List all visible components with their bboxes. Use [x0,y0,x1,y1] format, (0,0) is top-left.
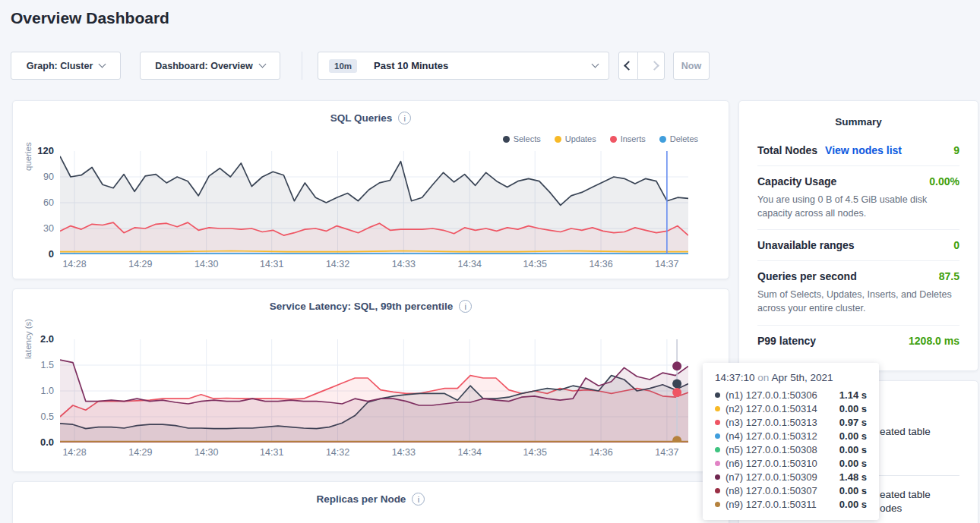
tooltip-timestamp: 14:37:10 on Apr 5th, 2021 [715,372,867,383]
summary-title: Summary [757,116,959,128]
summary-row-queries-per-second: Queries per second 87.5 Sum of Selects, … [757,260,959,324]
legend-item[interactable]: Inserts [610,134,646,143]
tooltip-time: 14:37:10 [715,372,755,383]
next-range-button[interactable] [645,52,664,79]
node-color-dot-icon [715,461,720,466]
node-color-dot-icon [715,406,720,411]
toolbar-divider [302,52,302,80]
node-address: (n8) 127.0.0.1:50307 [726,485,817,496]
x-tick-label: 14:31 [248,447,296,458]
y-tick-label: 1.0 [21,385,54,397]
view-nodes-list-link[interactable]: View nodes list [825,144,902,156]
plot-canvas[interactable] [60,339,688,443]
graph-dropdown[interactable]: Graph: Cluster [11,52,121,80]
y-tick-label: 0 [21,248,54,260]
legend-item[interactable]: Selects [503,134,541,143]
x-tick-label: 14:37 [643,447,691,458]
x-tick-label: 14:33 [379,447,428,458]
x-tick-label: 14:34 [445,259,494,269]
x-tick-label: 14:30 [182,259,231,269]
hover-point [672,361,681,370]
node-address: (n2) 127.0.0.1:50314 [726,403,817,414]
info-icon[interactable]: i [459,300,472,313]
node-color-dot-icon [715,392,720,398]
chart-title-sql-queries: SQL Queries [330,112,393,124]
x-tick-label: 14:31 [248,259,296,269]
x-tick-label: 14:32 [314,259,362,269]
dashboard-dropdown[interactable]: Dashboard: Overview [140,52,280,80]
node-address: (n4) 127.0.0.1:50312 [726,430,817,442]
node-color-dot-icon [715,447,720,452]
y-tick-label: 30 [21,222,54,235]
y-tick-label: 90 [21,171,54,183]
summary-row-capacity-usage: Capacity Usage 0.00% You are using 0 B o… [757,165,959,229]
info-icon[interactable]: i [398,112,411,124]
summary-description: You are using 0 B of 4.5 GiB usable disk… [757,193,959,220]
node-latency-value: 0.00 s [839,430,867,442]
y-tick-label: 60 [21,197,54,209]
chevron-right-icon [650,61,659,71]
x-tick-label: 14:34 [445,447,494,458]
hover-point [672,388,681,397]
node-latency-value: 0.00 s [839,485,867,496]
node-color-dot-icon [715,433,720,439]
now-button[interactable]: Now [673,52,710,80]
tooltip-row: (n3) 127.0.0.1:50313 0.97 s [715,415,867,429]
chevron-down-icon [592,61,599,68]
tooltip-row: (n2) 127.0.0.1:50314 0.00 s [715,402,867,415]
x-tick-label: 14:28 [50,259,99,269]
dashboard-dropdown-label: Dashboard: Overview [155,61,253,71]
time-range-label: Past 10 Minutes [374,60,448,71]
tooltip-connector: on [757,372,769,383]
x-tick-label: 14:36 [577,259,625,269]
summary-label: Capacity Usage [757,175,836,187]
tooltip-row: (n9) 127.0.0.1:50311 0.00 s [715,497,867,511]
tooltip-date: Apr 5th, 2021 [771,372,833,383]
chevron-left-icon [624,61,634,71]
sql-queries-plot-area[interactable]: 030609012014:2814:2914:3014:3114:3214:33… [21,151,708,280]
time-range-badge: 10m [329,59,357,73]
x-tick-label: 14:32 [314,447,362,458]
x-tick-label: 14:33 [379,259,428,269]
summary-value: 87.5 [939,270,959,282]
tooltip-row: (n5) 127.0.0.1:50308 0.00 s [715,443,867,456]
node-color-dot-icon [715,502,720,507]
service-latency-plot-area[interactable]: 0.00.51.01.52.014:2814:2914:3014:3114:32… [21,339,708,468]
chart-legend: Selects Updates Inserts Deletes [503,134,698,143]
info-icon[interactable]: i [412,493,425,506]
plot-canvas[interactable] [60,151,688,254]
y-tick-label: 1.5 [21,359,54,371]
chevron-down-icon [258,61,266,68]
summary-row-p99-latency: P99 latency 1208.0 ms [757,325,959,356]
x-tick-label: 14:35 [511,447,559,458]
prev-range-button[interactable] [619,52,638,79]
tooltip-row: (n8) 127.0.0.1:50307 0.00 s [715,484,867,497]
graph-dropdown-label: Graph: Cluster [27,61,93,71]
replicas-per-node-chart-card: Replicas per Node i [12,481,729,523]
node-color-dot-icon [715,420,720,425]
x-tick-label: 14:28 [50,447,99,458]
legend-item[interactable]: Deletes [659,134,698,143]
chart-hover-tooltip: 14:37:10 on Apr 5th, 2021 (n1) 127.0.0.1… [703,363,879,520]
legend-dot-icon [610,136,617,143]
time-range-selector[interactable]: 10m Past 10 Minutes [318,52,609,80]
legend-dot-icon [503,136,510,143]
node-address: (n6) 127.0.0.1:50310 [726,458,817,469]
legend-item[interactable]: Updates [555,134,596,143]
summary-label: Queries per second [757,270,857,282]
time-nav-group [618,52,665,80]
node-latency-value: 0.00 s [839,403,867,414]
node-latency-value: 0.00 s [839,444,867,455]
tooltip-row: (n4) 127.0.0.1:50312 0.00 s [715,429,867,443]
legend-label: Deletes [670,134,698,143]
node-address: (n9) 127.0.0.1:50311 [726,499,817,510]
node-latency-value: 1.48 s [839,471,867,483]
summary-description: Sum of Selects, Updates, Inserts, and De… [757,288,959,315]
node-address: (n5) 127.0.0.1:50308 [726,444,817,455]
legend-label: Selects [514,134,541,143]
y-tick-label: 0.0 [21,436,54,449]
summary-label: Unavailable ranges [757,239,855,251]
x-tick-label: 14:37 [643,259,691,269]
node-latency-value: 1.14 s [839,389,867,401]
node-latency-value: 0.00 s [839,458,867,469]
